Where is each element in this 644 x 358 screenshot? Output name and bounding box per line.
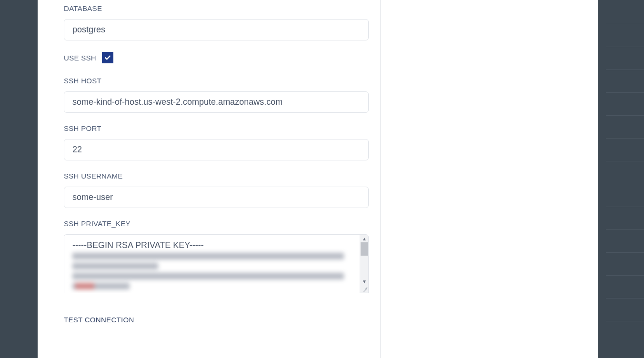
ssh-host-field-group: SSH HOST [64,77,368,113]
background-rows [606,0,644,358]
ssh-port-input[interactable] [64,139,369,160]
ssh-username-label: SSH USERNAME [64,172,368,180]
ssh-private-key-wrap: ▲ ▼ [64,234,369,293]
database-label: DATABASE [64,4,368,12]
ssh-private-key-textarea[interactable] [64,235,349,293]
scroll-down-icon[interactable]: ▼ [360,278,369,285]
resize-grip-icon[interactable] [361,285,367,292]
connection-form: DATABASE USE SSH SSH HOST SSH PORT SSH U… [38,0,381,358]
scroll-thumb[interactable] [361,242,368,256]
ssh-private-key-label: SSH PRIVATE_KEY [64,219,368,228]
scroll-up-icon[interactable]: ▲ [360,235,369,242]
database-input[interactable] [64,19,369,40]
textarea-scrollbar[interactable]: ▲ ▼ [360,235,368,293]
database-field-group: DATABASE [64,4,368,40]
ssh-username-field-group: SSH USERNAME [64,172,368,208]
use-ssh-label: USE SSH [64,54,96,62]
test-connection-button[interactable]: TEST CONNECTION [64,316,134,324]
check-icon [104,54,111,61]
ssh-host-label: SSH HOST [64,77,368,85]
right-panel [381,0,598,358]
ssh-username-input[interactable] [64,187,369,208]
ssh-port-label: SSH PORT [64,124,368,132]
ssh-host-input[interactable] [64,91,369,113]
use-ssh-row: USE SSH [64,52,368,63]
ssh-port-field-group: SSH PORT [64,124,368,160]
settings-panel: DATABASE USE SSH SSH HOST SSH PORT SSH U… [38,0,598,358]
ssh-private-key-field-group: SSH PRIVATE_KEY ▲ ▼ [64,219,368,293]
use-ssh-checkbox[interactable] [102,52,113,63]
